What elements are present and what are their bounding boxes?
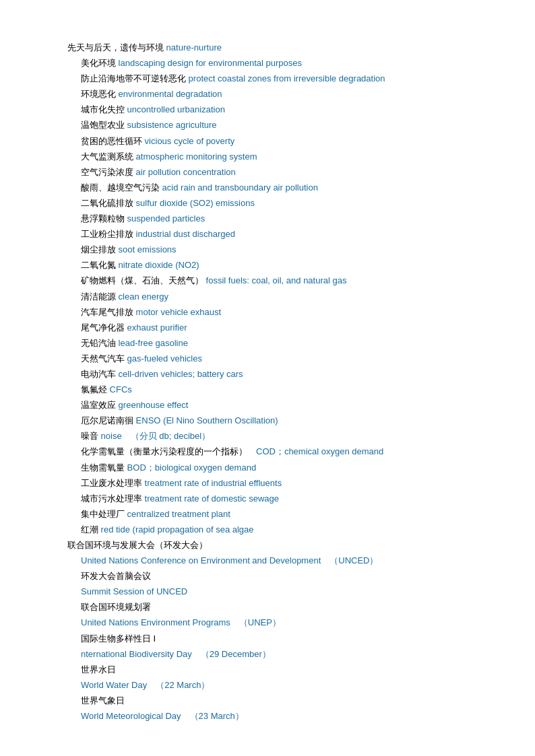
en-text: COD；chemical oxygen demand: [247, 446, 383, 456]
zh-text: 矿物燃料（煤、石油、天然气）: [81, 275, 203, 285]
en-text: subsistence agriculture: [125, 120, 217, 130]
en-text: United Nations Conference on Environment…: [81, 555, 379, 565]
en-text: United Nations Environment Programs （UNE…: [81, 617, 281, 627]
line-item: 电动汽车 cell-driven vehicles; battery cars: [67, 367, 481, 382]
zh-text: 烟尘排放: [81, 244, 116, 254]
line-item: 悬浮颗粒物 suspended particles: [67, 211, 481, 226]
en-text: gas-fueled vehicles: [125, 353, 202, 364]
en-text: atmospheric monitoring system: [133, 151, 257, 162]
line-item: 国际生物多样性日 I: [67, 631, 481, 646]
line-item: World Meteorological Day （23 March）: [67, 709, 481, 724]
zh-text: 环境恶化: [81, 89, 116, 99]
line-item: 噪音 noise （分贝 db; decibel）: [67, 429, 481, 444]
line-item: 世界气象日: [67, 693, 481, 708]
line-item: 联合国环境规划署: [67, 600, 481, 615]
en-text: nitrate dioxide (NO2): [116, 260, 199, 270]
line-item: 二氧化氮 nitrate dioxide (NO2): [67, 258, 481, 273]
zh-text: 防止沿海地带不可逆转恶化: [81, 73, 186, 83]
zh-text: 空气污染浓度: [81, 167, 133, 177]
en-text: CFCs: [107, 384, 132, 394]
line-item: 酸雨、越境空气污染 acid rain and transboundary ai…: [67, 180, 481, 195]
line-item: 先天与后天，遗传与环境 nature-nurture: [67, 40, 481, 55]
zh-text: 国际生物多样性日 I: [81, 633, 156, 644]
en-text: soot emissions: [116, 244, 177, 254]
en-text: Summit Session of UNCED: [81, 586, 187, 596]
line-item: 环境恶化 environmental degradation: [67, 87, 481, 102]
zh-text: 城市化失控: [81, 104, 125, 114]
en-text: exhaust purifier: [125, 322, 187, 333]
line-item: 尾气净化器 exhaust purifier: [67, 320, 481, 335]
zh-text: 无铅汽油: [81, 338, 116, 348]
zh-text: 大气监测系统: [81, 151, 133, 162]
zh-text: 世界气象日: [81, 695, 125, 706]
line-item: 无铅汽油 lead-free gasoline: [67, 336, 481, 351]
zh-text: 氯氟烃: [81, 384, 107, 394]
en-text: fossil fuels: coal, oil, and natural gas: [203, 275, 346, 285]
line-item: 汽车尾气排放 motor vehicle exhaust: [67, 305, 481, 320]
en-text: World Water Day （22 March）: [81, 680, 210, 690]
zh-text: 世界水日: [81, 664, 116, 675]
en-text: clean energy: [116, 291, 168, 302]
en-text: greenhouse effect: [116, 400, 188, 410]
line-item: nternational Biodiversity Day （29 Decemb…: [67, 647, 481, 662]
line-item: 集中处理厂 centralized treatment plant: [67, 507, 481, 522]
zh-text: 清洁能源: [81, 291, 116, 302]
zh-text: 美化环境: [81, 58, 116, 68]
en-text: industrial dust discharged: [133, 229, 235, 239]
en-text: acid rain and transboundary air pollutio…: [160, 182, 318, 193]
en-text: protect coastal zones from irreversible …: [186, 73, 385, 83]
line-item: 大气监测系统 atmospheric monitoring system: [67, 149, 481, 164]
en-text: air pollution concentration: [133, 167, 236, 177]
zh-text: 工业废水处理率: [81, 478, 142, 488]
en-text: red tide (rapid propagation of sea algae: [98, 524, 254, 535]
line-item: 防止沿海地带不可逆转恶化 protect coastal zones from …: [67, 71, 481, 86]
en-text: uncontrolled urbanization: [125, 104, 225, 114]
zh-text: 尾气净化器: [81, 322, 125, 333]
line-item: 工业废水处理率 treatment rate of industrial eff…: [67, 476, 481, 491]
zh-text: 噪音: [81, 431, 98, 441]
content-container: 先天与后天，遗传与环境 nature-nurture美化环境 landscapi…: [67, 40, 481, 724]
zh-text: 二氧化硫排放: [81, 198, 133, 208]
en-text: cell-driven vehicles; battery cars: [116, 369, 243, 379]
zh-text: 联合国环境规划署: [81, 602, 151, 612]
en-text: treatment rate of domestic sewage: [142, 493, 279, 504]
zh-text: 厄尔尼诺南徊: [81, 415, 133, 425]
en-text: BOD；biological oxygen demand: [125, 462, 256, 473]
zh-text: 温饱型农业: [81, 120, 125, 130]
line-item: 联合国环境与发展大会（环发大会）: [67, 538, 481, 553]
en-text: centralized treatment plant: [125, 509, 230, 519]
line-item: 烟尘排放 soot emissions: [67, 242, 481, 257]
line-item: 生物需氧量 BOD；biological oxygen demand: [67, 460, 481, 475]
zh-text: 二氧化氮: [81, 260, 116, 270]
line-item: United Nations Environment Programs （UNE…: [67, 615, 481, 630]
zh-text: 温室效应: [81, 400, 116, 410]
en-text: sulfur dioxide (SO2) emissions: [133, 198, 255, 208]
line-item: 化学需氧量（衡量水污染程度的一个指标） COD；chemical oxygen …: [67, 444, 481, 459]
zh-text: 天然气汽车: [81, 353, 125, 364]
zh-text: 酸雨、越境空气污染: [81, 182, 160, 193]
line-item: 天然气汽车 gas-fueled vehicles: [67, 351, 481, 366]
line-item: 氯氟烃 CFCs: [67, 382, 481, 397]
zh-text: 生物需氧量: [81, 462, 125, 473]
line-item: 贫困的恶性循环 vicious cycle of poverty: [67, 134, 481, 149]
zh-text: 城市污水处理率: [81, 493, 142, 504]
zh-text: 汽车尾气排放: [81, 307, 133, 317]
en-text: noise （分贝 db; decibel）: [98, 431, 210, 441]
en-text: environmental degradation: [116, 89, 222, 99]
zh-text: 化学需氧量（衡量水污染程度的一个指标）: [81, 446, 247, 456]
line-item: 矿物燃料（煤、石油、天然气） fossil fuels: coal, oil, …: [67, 273, 481, 288]
zh-text: 环发大会首脑会议: [81, 571, 151, 581]
en-text: ENSO (El Nino Southern Oscillation): [133, 415, 278, 425]
en-text: World Meteorological Day （23 March）: [81, 711, 244, 721]
line-item: United Nations Conference on Environment…: [67, 553, 481, 568]
line-item: 城市污水处理率 treatment rate of domestic sewag…: [67, 491, 481, 506]
line-item: 空气污染浓度 air pollution concentration: [67, 165, 481, 180]
zh-text: 联合国环境与发展大会（环发大会）: [67, 540, 208, 550]
en-text: vicious cycle of poverty: [142, 136, 234, 146]
en-text: suspended particles: [125, 213, 205, 224]
line-item: 工业粉尘排放 industrial dust discharged: [67, 227, 481, 242]
zh-text: 悬浮颗粒物: [81, 213, 125, 224]
line-item: 清洁能源 clean energy: [67, 289, 481, 304]
line-item: 二氧化硫排放 sulfur dioxide (SO2) emissions: [67, 196, 481, 211]
zh-text: 先天与后天，遗传与环境: [67, 42, 164, 53]
